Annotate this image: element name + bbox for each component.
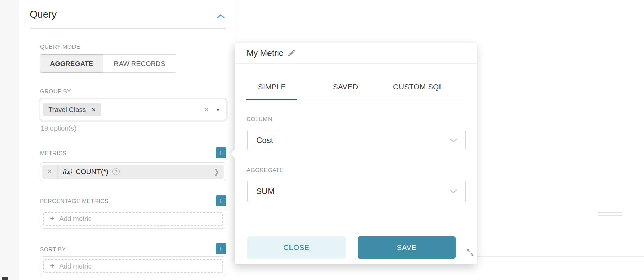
popover-title: My Metric (246, 48, 283, 58)
query-mode-toggle: AGGREGATE RAW RECORDS (40, 54, 176, 73)
add-metric-placeholder: Add metric (59, 215, 92, 223)
metric-expression: COUNT(*) (76, 168, 108, 176)
function-icon: f(x) (62, 168, 72, 175)
sort-by-label: SORT BY (40, 246, 66, 253)
tab-saved[interactable]: SAVED (333, 83, 358, 91)
remove-metric-icon[interactable]: ✕ (42, 168, 57, 176)
group-by-select[interactable]: Travel Class ✕ ✕ ▼ (40, 99, 226, 120)
aggregate-select[interactable]: SUM (247, 181, 466, 202)
query-mode-label: QUERY MODE (40, 44, 80, 50)
caret-down-icon: ▼ (216, 107, 220, 112)
popover-arrow (231, 149, 241, 159)
add-metric-button[interactable]: + (216, 147, 226, 158)
help-icon: ? (112, 168, 120, 175)
query-mode-aggregate-button[interactable]: AGGREGATE (40, 54, 103, 73)
grip-line (598, 212, 622, 213)
add-percentage-metric-button[interactable]: + (216, 195, 226, 206)
save-button[interactable]: SAVE (358, 236, 456, 259)
remove-tag-icon[interactable]: ✕ (91, 107, 96, 113)
grip-line (598, 215, 622, 216)
column-label: COLUMN (246, 116, 272, 123)
group-by-tag[interactable]: Travel Class ✕ (43, 103, 101, 116)
aggregate-select-value: SUM (256, 187, 274, 196)
group-by-label: GROUP BY (40, 88, 71, 95)
percentage-metrics-dropzone: + Add metric (40, 209, 226, 229)
collapse-section-button[interactable] (214, 11, 228, 22)
tab-custom-sql[interactable]: CUSTOM SQL (393, 83, 443, 91)
metric-edit-popover: My Metric SIMPLE SAVED CUSTOM SQL COLUMN… (235, 43, 477, 264)
add-sort-metric-area[interactable]: + Add metric (43, 259, 223, 273)
sort-by-dropzone: + Add metric (40, 256, 226, 276)
metric-item[interactable]: ✕ f(x) COUNT(*) ? ❯ (42, 165, 224, 179)
expand-metric-chevron-icon[interactable]: ❯ (209, 165, 224, 179)
column-select[interactable]: Cost (247, 130, 466, 150)
explore-chart-screen: Query QUERY MODE AGGREGATE RAW RECORDS G… (0, 0, 644, 280)
chevron-down-icon (449, 189, 458, 194)
query-section-title: Query (30, 9, 57, 20)
tab-simple[interactable]: SIMPLE (258, 83, 286, 91)
aggregate-label: AGGREGATE (246, 167, 283, 174)
section-divider (30, 28, 226, 29)
percentage-metrics-label: PERCENTAGE METRICS (40, 198, 109, 205)
group-by-options-hint: 19 option(s) (41, 124, 77, 132)
resize-popover-icon[interactable] (466, 248, 474, 257)
scrollbar-thumb[interactable] (2, 277, 8, 280)
clear-select-icon[interactable]: ✕ (203, 106, 209, 114)
plus-icon: + (50, 262, 55, 270)
panel-resize-handle[interactable] (598, 212, 622, 217)
chevron-down-icon (449, 138, 458, 143)
metrics-list: ✕ f(x) COUNT(*) ? ❯ (40, 162, 226, 181)
popover-title-divider (235, 63, 477, 64)
left-rail (0, 0, 19, 280)
plus-icon: + (50, 215, 55, 223)
column-select-value: Cost (256, 136, 273, 145)
add-percentage-metric-area[interactable]: + Add metric (43, 212, 223, 226)
close-button[interactable]: CLOSE (247, 236, 346, 259)
popover-header: My Metric (246, 48, 295, 58)
add-metric-placeholder: Add metric (59, 262, 92, 270)
group-by-tag-label: Travel Class (48, 106, 86, 114)
active-tab-indicator (246, 99, 297, 100)
query-mode-raw-records-button[interactable]: RAW RECORDS (103, 54, 176, 73)
edit-title-pencil-icon[interactable] (287, 50, 295, 57)
chevron-up-icon (216, 14, 225, 19)
metrics-label: METRICS (40, 150, 67, 157)
divider (57, 165, 58, 179)
add-sort-metric-button[interactable]: + (216, 243, 226, 254)
